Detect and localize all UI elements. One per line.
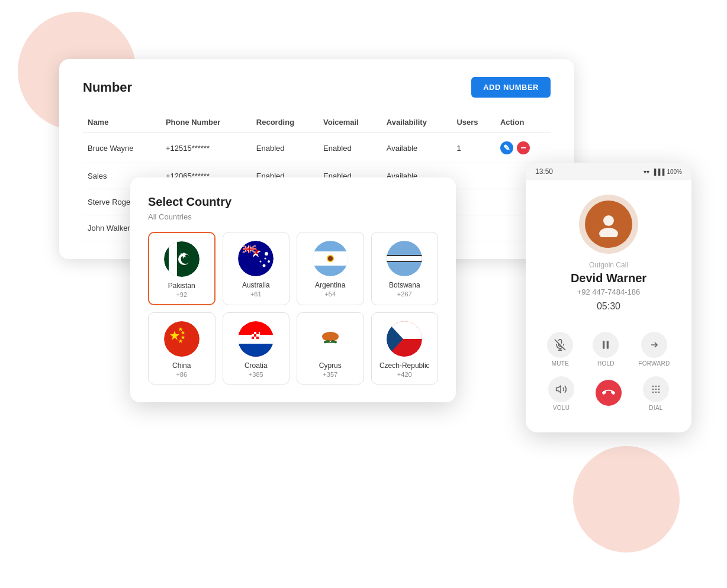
argentina-code: +54 bbox=[324, 290, 336, 298]
croatia-code: +385 bbox=[249, 371, 263, 378]
dial-icon-circle bbox=[643, 376, 669, 402]
country-item-cyprus[interactable]: Cyprus +357 bbox=[297, 312, 364, 385]
row4-users bbox=[452, 215, 496, 241]
dial-label: DIAL bbox=[649, 405, 662, 411]
hold-control[interactable]: HOLD bbox=[593, 332, 619, 367]
svg-rect-46 bbox=[256, 332, 259, 334]
svg-point-12 bbox=[265, 258, 266, 260]
end-call-control[interactable] bbox=[596, 380, 622, 408]
svg-point-76 bbox=[652, 389, 654, 390]
svg-point-81 bbox=[658, 392, 660, 393]
battery-label: 100% bbox=[667, 169, 682, 175]
forward-label: FORWARD bbox=[638, 360, 670, 367]
svg-point-11 bbox=[260, 261, 262, 263]
outgoing-call-label: Outgoin Call bbox=[589, 261, 628, 269]
controls-row-1: MUTE HOLD FORWARD bbox=[538, 332, 680, 367]
country-item-croatia[interactable]: Croatia +385 bbox=[223, 312, 290, 385]
svg-rect-45 bbox=[254, 332, 256, 334]
country-item-pakistan[interactable]: Pakistan +92 bbox=[148, 232, 215, 305]
svg-point-25 bbox=[328, 256, 333, 261]
volume-icon-circle bbox=[548, 376, 574, 402]
country-item-czech[interactable]: Czech-Republic +420 bbox=[371, 312, 439, 385]
country-item-australia[interactable]: Australia +61 bbox=[223, 232, 290, 305]
pakistan-code: +92 bbox=[176, 291, 187, 298]
croatia-name: Croatia bbox=[245, 361, 268, 370]
dial-control[interactable]: DIAL bbox=[643, 376, 669, 411]
hold-label: HOLD bbox=[597, 360, 615, 367]
svg-point-66 bbox=[599, 228, 618, 237]
svg-marker-72 bbox=[556, 386, 561, 393]
country-item-china[interactable]: China +86 bbox=[148, 312, 215, 385]
call-duration: 05:30 bbox=[597, 301, 620, 312]
call-controls: MUTE HOLD FORWARD bbox=[526, 326, 691, 411]
australia-code: +61 bbox=[250, 290, 262, 298]
pakistan-name: Pakistan bbox=[168, 282, 195, 290]
australia-flag bbox=[238, 241, 274, 276]
czech-flag bbox=[387, 321, 422, 357]
table-header-row: Name Phone Number Recording Voicemail Av… bbox=[83, 112, 551, 133]
row1-phone: +12515****** bbox=[161, 133, 252, 163]
row1-actions: ✎ − bbox=[496, 133, 551, 163]
svg-point-73 bbox=[652, 386, 654, 387]
col-recording: Recording bbox=[252, 112, 319, 133]
row1-recording: Enabled bbox=[252, 133, 319, 163]
country-item-botswana[interactable]: Botswana +267 bbox=[371, 232, 439, 305]
china-flag bbox=[164, 321, 200, 357]
row1-users: 1 bbox=[452, 133, 496, 163]
avatar-outer-ring bbox=[579, 195, 638, 254]
signal-icon: ▐▐▐ bbox=[652, 169, 664, 175]
col-users: Users bbox=[452, 112, 496, 133]
number-card-header: Number ADD NUMBER bbox=[83, 77, 551, 98]
svg-rect-70 bbox=[603, 341, 604, 348]
col-name: Name bbox=[83, 112, 161, 133]
czech-name: Czech-Republic bbox=[379, 361, 430, 370]
svg-point-78 bbox=[658, 389, 660, 390]
botswana-name: Botswana bbox=[389, 281, 420, 289]
avatar bbox=[585, 201, 632, 248]
mute-label: MUTE bbox=[552, 360, 570, 367]
country-item-argentina[interactable]: Argentina +54 bbox=[297, 232, 364, 305]
row1-voicemail: Enabled bbox=[319, 133, 382, 163]
wifi-icon: ▾▾ bbox=[644, 169, 649, 175]
cyprus-code: +357 bbox=[323, 371, 337, 378]
svg-point-9 bbox=[268, 260, 270, 263]
all-countries-label: All Countries bbox=[148, 212, 438, 221]
avatar-section: Outgoin Call Devid Warner +92 447-7484-1… bbox=[526, 180, 691, 326]
svg-point-65 bbox=[603, 215, 614, 226]
svg-point-10 bbox=[263, 264, 266, 267]
country-grid: Pakistan +92 bbox=[148, 232, 438, 385]
add-number-button[interactable]: ADD NUMBER bbox=[471, 77, 551, 98]
edit-button[interactable]: ✎ bbox=[500, 141, 513, 154]
svg-point-79 bbox=[652, 392, 654, 393]
controls-row-2: VOLU DIAL bbox=[538, 376, 680, 411]
cyprus-flag bbox=[313, 321, 348, 357]
col-phone: Phone Number bbox=[161, 112, 252, 133]
delete-button[interactable]: − bbox=[517, 141, 530, 154]
botswana-flag bbox=[387, 241, 422, 276]
australia-name: Australia bbox=[242, 281, 270, 289]
col-voicemail: Voicemail bbox=[319, 112, 382, 133]
svg-point-74 bbox=[655, 386, 657, 387]
svg-rect-48 bbox=[254, 334, 256, 337]
mute-control[interactable]: MUTE bbox=[547, 332, 573, 367]
svg-rect-71 bbox=[607, 341, 609, 348]
status-time: 13:50 bbox=[535, 167, 553, 176]
row2-users bbox=[452, 163, 496, 189]
svg-rect-44 bbox=[252, 332, 254, 334]
svg-point-8 bbox=[265, 252, 268, 256]
caller-name: Devid Warner bbox=[571, 272, 646, 285]
row1-name: Bruce Wayne bbox=[83, 133, 161, 163]
volume-label: VOLU bbox=[553, 405, 570, 411]
argentina-name: Argentina bbox=[315, 281, 345, 289]
select-country-title: Select Country bbox=[148, 195, 438, 209]
forward-icon-circle bbox=[641, 332, 667, 358]
svg-rect-52 bbox=[256, 337, 259, 339]
end-call-icon-circle bbox=[596, 380, 622, 406]
phone-widget: 13:50 ▾▾ ▐▐▐ 100% Outgoin Call Devid War… bbox=[526, 163, 691, 432]
china-code: +86 bbox=[176, 371, 187, 378]
svg-point-75 bbox=[658, 386, 660, 387]
page-title: Number bbox=[83, 80, 132, 95]
forward-control[interactable]: FORWARD bbox=[638, 332, 670, 367]
volume-control[interactable]: VOLU bbox=[548, 376, 574, 411]
caller-number: +92 447-7484-186 bbox=[577, 287, 641, 296]
